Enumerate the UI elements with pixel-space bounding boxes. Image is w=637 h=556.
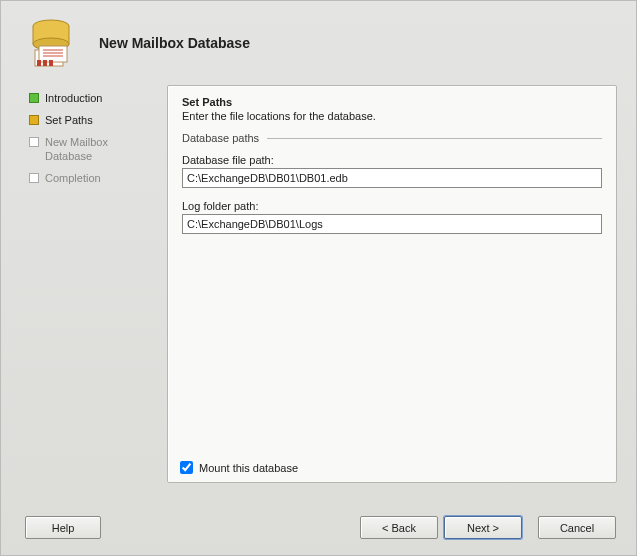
log-folder-label: Log folder path: — [182, 200, 602, 212]
status-done-icon — [29, 93, 39, 103]
nav-item-set-paths[interactable]: Set Paths — [29, 113, 149, 127]
nav-item-label: Completion — [45, 171, 101, 185]
mount-checkbox[interactable] — [180, 461, 193, 474]
nav-item-completion[interactable]: Completion — [29, 171, 149, 185]
nav-item-new-mailbox-database[interactable]: New MailboxDatabase — [29, 135, 149, 163]
wizard-window: New Mailbox Database Introduction Set Pa… — [0, 0, 637, 556]
panel-title: Set Paths — [182, 96, 602, 108]
log-folder-input[interactable] — [182, 214, 602, 234]
database-icon — [21, 16, 81, 71]
wizard-footer: Help < Back Next > Cancel — [1, 499, 636, 555]
divider — [267, 138, 602, 139]
database-paths-group: Database paths Database file path: Log f… — [182, 132, 602, 246]
wizard-nav-buttons: < Back Next > Cancel — [360, 516, 616, 539]
nav-item-label: Introduction — [45, 91, 102, 105]
next-button[interactable]: Next > — [444, 516, 522, 539]
db-file-label: Database file path: — [182, 154, 602, 166]
mount-label: Mount this database — [199, 462, 298, 474]
back-button[interactable]: < Back — [360, 516, 438, 539]
nav-item-label: New MailboxDatabase — [45, 135, 108, 163]
db-file-input[interactable] — [182, 168, 602, 188]
wizard-nav: Introduction Set Paths New MailboxDataba… — [29, 91, 149, 193]
nav-item-label: Set Paths — [45, 113, 93, 127]
panel-subtitle: Enter the file locations for the databas… — [182, 110, 602, 122]
svg-rect-3 — [39, 46, 67, 62]
svg-rect-8 — [43, 60, 47, 66]
main-panel: Set Paths Enter the file locations for t… — [167, 85, 617, 483]
svg-rect-9 — [49, 60, 53, 66]
cancel-button[interactable]: Cancel — [538, 516, 616, 539]
group-label: Database paths — [182, 132, 259, 144]
group-legend: Database paths — [182, 132, 602, 144]
svg-rect-7 — [37, 60, 41, 66]
status-pending-icon — [29, 137, 39, 147]
help-button[interactable]: Help — [25, 516, 101, 539]
wizard-title: New Mailbox Database — [99, 35, 250, 51]
status-current-icon — [29, 115, 39, 125]
mount-checkbox-row: Mount this database — [180, 461, 298, 474]
status-pending-icon — [29, 173, 39, 183]
wizard-header: New Mailbox Database — [21, 13, 616, 73]
nav-item-introduction[interactable]: Introduction — [29, 91, 149, 105]
